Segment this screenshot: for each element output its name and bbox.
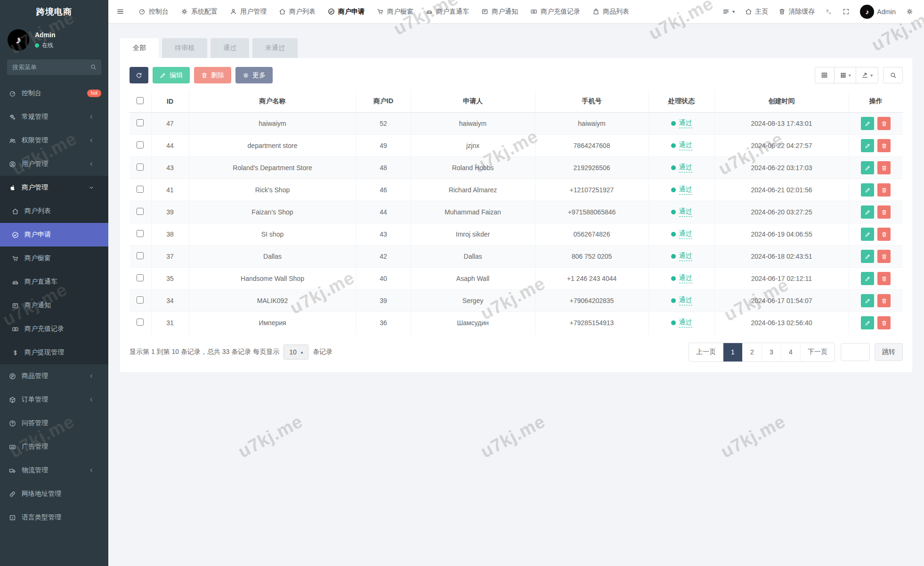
sidebar-item-商户管理[interactable]: 商户管理 — [0, 176, 108, 199]
row-checkbox[interactable] — [137, 119, 144, 126]
row-delete-button[interactable] — [877, 205, 891, 219]
status-link[interactable]: 通过 — [679, 274, 692, 283]
select-all-checkbox[interactable] — [137, 97, 144, 104]
sidebar-search-input[interactable] — [7, 59, 101, 75]
row-delete-button[interactable] — [877, 183, 891, 197]
sidebar-item-权限管理[interactable]: 权限管理 — [0, 129, 108, 152]
more-button[interactable]: 更多 — [235, 67, 273, 83]
topnav-item-商品列表[interactable]: 商品列表 — [586, 0, 635, 24]
topnav-item-用户管理[interactable]: 用户管理 — [224, 0, 273, 24]
clear-cache-button[interactable]: 清除缓存 — [773, 0, 820, 24]
row-edit-button[interactable] — [861, 228, 874, 241]
status-link[interactable]: 通过 — [679, 163, 692, 172]
page-button-2[interactable]: 2 — [742, 343, 762, 361]
row-edit-button[interactable] — [861, 250, 874, 263]
topnav-item-控制台[interactable]: 控制台 — [132, 0, 175, 24]
sidebar-item-用户管理[interactable]: 用户管理 — [0, 152, 108, 176]
refresh-button[interactable] — [130, 67, 148, 83]
row-edit-button[interactable] — [861, 139, 874, 152]
row-edit-button[interactable] — [861, 183, 874, 197]
row-checkbox[interactable] — [137, 164, 144, 171]
translate-button[interactable]: 文A — [820, 0, 837, 24]
row-checkbox[interactable] — [137, 186, 144, 193]
row-delete-button[interactable] — [877, 161, 891, 174]
status-link[interactable]: 通过 — [679, 296, 692, 305]
export-button[interactable]: ▾ — [856, 67, 878, 83]
status-link[interactable]: 通过 — [679, 318, 692, 328]
columns-button[interactable]: ▾ — [835, 67, 857, 83]
hamburger-menu-icon[interactable] — [108, 0, 132, 24]
edit-button[interactable]: 编辑 — [153, 67, 190, 83]
row-delete-button[interactable] — [877, 272, 891, 285]
sidebar-item-商户提现管理[interactable]: 商户提现管理 — [0, 341, 108, 364]
table-search-button[interactable] — [883, 67, 903, 83]
prev-page-button[interactable]: 上一页 — [689, 343, 723, 361]
next-page-button[interactable]: 下一页 — [800, 343, 835, 361]
row-checkbox[interactable] — [137, 141, 144, 148]
row-edit-button[interactable] — [861, 272, 874, 285]
row-edit-button[interactable] — [861, 294, 874, 307]
page-button-1[interactable]: 1 — [723, 343, 742, 361]
row-delete-button[interactable] — [877, 139, 891, 152]
row-delete-button[interactable] — [877, 316, 891, 329]
sidebar-item-商户橱窗[interactable]: 商户橱窗 — [0, 246, 108, 270]
nav-list-menu-button[interactable]: ▾ — [717, 0, 740, 24]
row-edit-button[interactable] — [861, 117, 874, 130]
sidebar-item-商品管理[interactable]: 商品管理 — [0, 364, 108, 388]
row-delete-button[interactable] — [877, 228, 891, 241]
sidebar-item-商户直通车[interactable]: 商户直通车 — [0, 270, 108, 294]
row-edit-button[interactable] — [861, 205, 874, 219]
delete-button[interactable]: 删除 — [194, 67, 231, 83]
sidebar-item-商户充值记录[interactable]: 商户充值记录 — [0, 317, 108, 341]
status-link[interactable]: 通过 — [679, 141, 692, 150]
topnav-item-系统配置[interactable]: 系统配置 — [175, 0, 224, 24]
row-delete-button[interactable] — [877, 117, 891, 130]
tab-待审核[interactable]: 待审核 — [162, 38, 207, 58]
status-link[interactable]: 通过 — [679, 119, 692, 128]
row-delete-button[interactable] — [877, 294, 891, 307]
sidebar-item-控制台[interactable]: 控制台hot — [0, 82, 108, 105]
search-icon[interactable] — [90, 64, 97, 70]
sidebar-item-广告管理[interactable]: AD广告管理 — [0, 435, 108, 459]
topnav-item-商户充值记录[interactable]: 商户充值记录 — [524, 0, 586, 24]
topnav-item-商户直通车[interactable]: 商户直通车 — [420, 0, 475, 24]
tab-通过[interactable]: 通过 — [211, 38, 249, 58]
row-delete-button[interactable] — [877, 250, 891, 263]
topnav-item-商户列表[interactable]: 商户列表 — [273, 0, 322, 24]
row-checkbox[interactable] — [137, 296, 144, 304]
row-edit-button[interactable] — [861, 161, 874, 174]
sidebar-item-订单管理[interactable]: 订单管理 — [0, 388, 108, 411]
tab-全部[interactable]: 全部 — [120, 38, 159, 58]
tab-未通过[interactable]: 未通过 — [252, 38, 298, 58]
status-link[interactable]: 通过 — [679, 185, 692, 195]
topnav-item-商户申请[interactable]: 商户申请 — [322, 0, 371, 24]
settings-button[interactable] — [901, 0, 918, 24]
topnav-item-商户通知[interactable]: 商户通知 — [475, 0, 524, 24]
page-button-3[interactable]: 3 — [762, 343, 781, 361]
page-button-4[interactable]: 4 — [781, 343, 800, 361]
sidebar-item-语言类型管理[interactable]: 文语言类型管理 — [0, 506, 108, 529]
status-link[interactable]: 通过 — [679, 252, 692, 261]
sidebar-item-物流管理[interactable]: 物流管理 — [0, 459, 108, 482]
status-link[interactable]: 通过 — [679, 230, 692, 239]
account-menu[interactable]: ♪ Admin — [855, 0, 901, 24]
sidebar-item-网络地址管理[interactable]: 网络地址管理 — [0, 482, 108, 506]
sidebar-item-商户通知[interactable]: 商户通知 — [0, 294, 108, 317]
sidebar-item-商户列表[interactable]: 商户列表 — [0, 199, 108, 223]
row-checkbox[interactable] — [137, 274, 144, 281]
sidebar-item-常规管理[interactable]: 常规管理 — [0, 105, 108, 129]
row-checkbox[interactable] — [137, 252, 144, 259]
status-link[interactable]: 通过 — [679, 207, 692, 217]
sidebar-item-问答管理[interactable]: 问答管理 — [0, 411, 108, 435]
row-checkbox[interactable] — [137, 230, 144, 237]
row-checkbox[interactable] — [137, 208, 144, 215]
row-edit-button[interactable] — [861, 316, 874, 329]
detail-view-button[interactable] — [815, 67, 835, 83]
page-jump-button[interactable]: 跳转 — [875, 343, 903, 361]
sidebar-item-商户申请[interactable]: 商户申请 — [0, 223, 108, 246]
row-checkbox[interactable] — [137, 319, 144, 326]
page-size-select[interactable]: 10 ▴ — [284, 345, 308, 360]
page-jump-input[interactable] — [841, 343, 870, 361]
home-button[interactable]: 主页 — [740, 0, 773, 24]
fullscreen-button[interactable] — [837, 0, 855, 24]
